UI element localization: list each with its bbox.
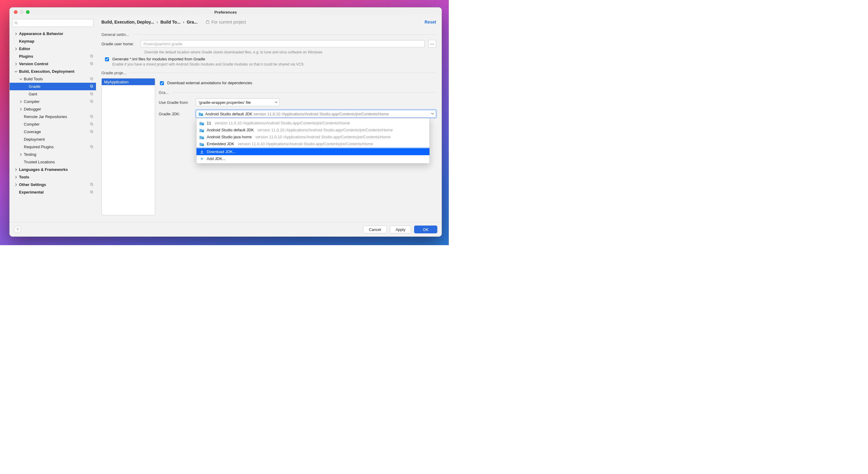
breadcrumb-item[interactable]: Gra... xyxy=(187,20,198,25)
chevron-right-icon[interactable] xyxy=(14,48,18,51)
chevron-right-icon[interactable] xyxy=(19,100,22,103)
svg-line-1 xyxy=(17,24,18,25)
sidebar-item[interactable]: Deployment xyxy=(10,136,96,143)
per-project-icon xyxy=(90,77,94,82)
sidebar-item[interactable]: Version Control xyxy=(10,60,96,68)
folder-icon xyxy=(199,121,204,125)
svg-rect-30 xyxy=(202,131,204,132)
sidebar-item[interactable]: Build, Execution, Deployment xyxy=(10,68,96,75)
help-button[interactable]: ? xyxy=(14,226,21,233)
chevron-placeholder xyxy=(19,123,22,126)
per-project-icon xyxy=(90,122,94,127)
use-gradle-from-select[interactable]: 'gradle-wrapper.properties' file xyxy=(196,98,280,106)
per-project-icon xyxy=(90,129,94,135)
per-project-icon xyxy=(90,190,94,195)
breadcrumb-item[interactable]: Build To... xyxy=(160,20,181,25)
jdk-option-version: version 11.0.10 /Applications/Android St… xyxy=(215,121,350,125)
chevron-placeholder xyxy=(19,138,22,141)
project-scope-icon xyxy=(206,20,210,24)
gradle-user-home-input[interactable] xyxy=(141,40,425,48)
gradle-projects-list[interactable]: MyApplication xyxy=(101,78,155,215)
chevron-right-icon[interactable] xyxy=(14,168,18,171)
gradle-subsection: Gra... xyxy=(159,90,436,95)
sidebar-item[interactable]: Editor xyxy=(10,45,96,53)
sidebar-item[interactable]: Required Plugins xyxy=(10,143,96,151)
chevron-down-icon[interactable] xyxy=(14,70,18,73)
jdk-dropdown-item[interactable]: Android Studio default JDKversion 11.0.1… xyxy=(196,126,430,134)
browse-button[interactable]: ⋯ xyxy=(428,40,436,48)
jdk-option-version: version 11.0.10 /Applications/Android St… xyxy=(255,135,391,139)
sidebar-search-input[interactable] xyxy=(12,19,94,27)
gradle-jdk-select[interactable]: Android Studio default JDK version 11.0.… xyxy=(196,110,436,118)
sidebar-item[interactable]: Coverage xyxy=(10,128,96,136)
sidebar-item[interactable]: Gradle xyxy=(10,83,96,90)
sidebar-item[interactable]: Build Tools xyxy=(10,75,96,83)
window-zoom-button[interactable] xyxy=(26,10,30,14)
cancel-button[interactable]: Cancel xyxy=(363,226,386,233)
jdk-option-version: version 11.0.10 /Applications/Android St… xyxy=(257,128,393,132)
chevron-right-icon[interactable] xyxy=(14,183,18,186)
window-traffic-lights xyxy=(14,10,30,14)
svg-rect-9 xyxy=(90,85,92,87)
preferences-content: Build, Execution, Deploy... › Build To..… xyxy=(96,17,441,222)
chevron-right-icon[interactable] xyxy=(14,32,18,35)
sidebar-item[interactable]: Compiler xyxy=(10,120,96,128)
sidebar-item[interactable]: Keymap xyxy=(10,37,96,45)
gradle-user-home-label: Gradle user home: xyxy=(101,42,137,46)
sidebar-item[interactable]: Debugger xyxy=(10,106,96,113)
sidebar-item[interactable]: Trusted Locations xyxy=(10,158,96,166)
sidebar-item[interactable]: Other Settings xyxy=(10,181,96,188)
chevron-right-icon[interactable] xyxy=(19,153,22,156)
project-list-item[interactable]: MyApplication xyxy=(102,79,155,85)
reset-link[interactable]: Reset xyxy=(425,20,436,25)
jdk-dropdown-item[interactable]: Embedded JDKversion 11.0.10 /Application… xyxy=(196,140,430,147)
sidebar-item-label: Trusted Locations xyxy=(24,160,94,164)
jdk-option-name: Embedded JDK xyxy=(207,142,234,146)
download-annotations-checkbox[interactable] xyxy=(160,81,164,85)
apply-button[interactable]: Apply xyxy=(390,226,411,233)
chevron-placeholder xyxy=(24,85,27,88)
sidebar-item[interactable]: Testing xyxy=(10,151,96,158)
dialog-footer: ? Cancel Apply OK xyxy=(10,222,441,236)
chevron-placeholder xyxy=(19,130,22,134)
ellipsis-icon: ⋯ xyxy=(430,42,434,46)
ok-button[interactable]: OK xyxy=(414,226,437,233)
jdk-dropdown-item[interactable]: Android Studio java homeversion 11.0.10 … xyxy=(196,134,430,140)
sidebar-item-label: Tools xyxy=(19,175,94,179)
per-project-icon xyxy=(90,62,94,66)
folder-icon xyxy=(199,128,204,132)
generate-iml-checkbox[interactable] xyxy=(105,57,109,61)
sidebar-item[interactable]: Compiler xyxy=(10,98,96,106)
sidebar-item[interactable]: Plugins xyxy=(10,53,96,60)
sidebar-item[interactable]: Tools xyxy=(10,173,96,181)
per-project-icon xyxy=(90,145,94,149)
chevron-placeholder xyxy=(19,115,22,118)
svg-rect-11 xyxy=(90,92,92,94)
sidebar-item[interactable]: Experimental xyxy=(10,188,96,196)
window-close-button[interactable] xyxy=(14,10,18,14)
svg-rect-12 xyxy=(91,100,93,102)
folder-icon xyxy=(199,142,204,146)
sidebar-item[interactable]: Remote Jar Repositories xyxy=(10,113,96,120)
chevron-down-icon[interactable] xyxy=(19,78,22,81)
sidebar-item-label: Version Control xyxy=(19,62,90,66)
sidebar-item-label: Coverage xyxy=(24,129,90,134)
breadcrumb-item[interactable]: Build, Execution, Deploy... xyxy=(101,20,154,25)
chevron-right-icon[interactable] xyxy=(14,62,18,65)
chevron-right-icon[interactable] xyxy=(19,108,22,111)
sidebar-item[interactable]: Appearance & Behavior xyxy=(10,30,96,37)
generate-iml-desc: Enable if you have a mixed project with … xyxy=(112,62,304,66)
sidebar-item[interactable]: Languages & Frameworks xyxy=(10,166,96,173)
jdk-option-name: Android Studio default JDK xyxy=(207,128,254,132)
window-minimize-button[interactable] xyxy=(20,10,24,14)
jdk-dropdown-item[interactable]: 11version 11.0.10 /Applications/Android … xyxy=(196,120,430,126)
svg-rect-21 xyxy=(90,145,92,147)
chevron-placeholder xyxy=(24,93,27,96)
jdk-dropdown-item[interactable]: Download JDK... xyxy=(196,148,430,155)
sidebar-item[interactable]: Gant xyxy=(10,90,96,98)
svg-rect-31 xyxy=(202,138,204,139)
chevron-right-icon[interactable] xyxy=(14,176,18,179)
svg-rect-4 xyxy=(91,63,93,65)
chevron-down-icon xyxy=(275,100,278,105)
jdk-dropdown-item[interactable]: Add JDK... xyxy=(196,155,430,162)
